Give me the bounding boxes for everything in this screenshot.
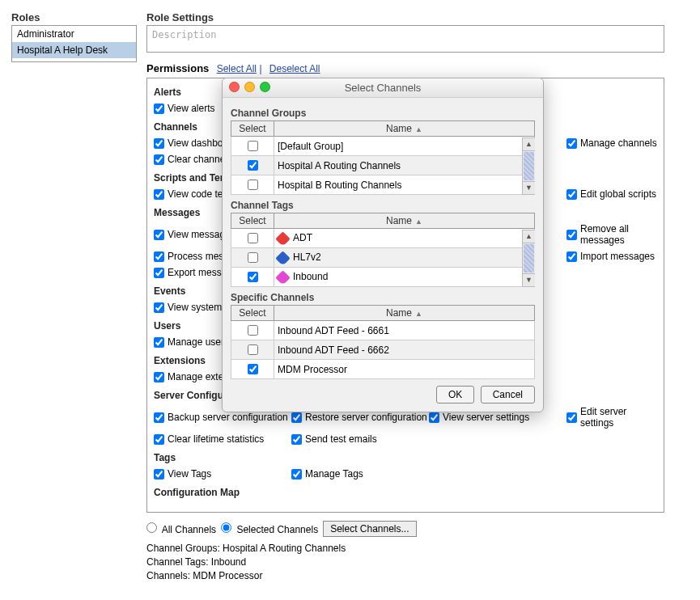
cb-view-code[interactable] [154, 189, 164, 200]
row-checkbox[interactable] [248, 344, 258, 355]
lbl: Manage Tags [305, 468, 363, 480]
scrollbar[interactable]: ▲▼ [522, 230, 535, 287]
role-item[interactable]: Hospital A Help Desk [12, 42, 136, 58]
cb-view-alerts[interactable] [154, 104, 164, 114]
channels-table: SelectName▲ Inbound ADT Feed - 6661 Inbo… [231, 305, 535, 379]
table-row: Hospital B Routing Channels [231, 175, 535, 195]
section-groups: Channel Groups [231, 108, 535, 119]
cb-manage-tags[interactable] [291, 469, 302, 480]
col-select[interactable]: Select [231, 213, 274, 229]
zoom-icon[interactable] [260, 82, 270, 92]
lbl: Send test emails [305, 433, 377, 445]
group-config-map: Configuration Map [154, 487, 657, 498]
sort-asc-icon: ▲ [415, 125, 422, 133]
roles-title: Roles [11, 11, 137, 23]
row-checkbox[interactable] [248, 180, 258, 190]
lbl: Import messages [580, 251, 655, 262]
cb-view-server[interactable] [429, 412, 439, 423]
cb-manage-ext[interactable] [154, 372, 164, 382]
select-all-link[interactable]: Select All [217, 63, 257, 74]
section-tags: Channel Tags [231, 200, 535, 211]
scrollbar[interactable]: ▲▼ [522, 137, 535, 195]
cell[interactable]: [Default Group] [274, 137, 535, 156]
lbl: View server settings [443, 412, 529, 423]
cell[interactable]: ADT [274, 229, 535, 248]
cb-manage-channels[interactable] [566, 138, 577, 149]
table-row: Hospital A Routing Channels [231, 156, 535, 175]
table-row: ADT [231, 229, 535, 248]
row-checkbox[interactable] [248, 160, 258, 171]
col-name[interactable]: Name▲ [274, 306, 535, 321]
col-name[interactable]: Name▲ [274, 121, 535, 137]
cb-send-test[interactable] [291, 434, 302, 445]
permissions-label: Permissions [146, 62, 209, 74]
cb-clear-stats[interactable] [154, 434, 164, 445]
lbl: View Tags [168, 468, 211, 480]
cb-view-tags[interactable] [154, 469, 164, 480]
cell[interactable]: Hospital B Routing Channels [274, 175, 535, 195]
row-checkbox[interactable] [248, 325, 258, 336]
cb-view-dash[interactable] [154, 138, 164, 149]
cb-export-msg[interactable] [154, 268, 164, 278]
col-select[interactable]: Select [231, 121, 274, 137]
description-input[interactable]: Description [146, 25, 664, 53]
tag-icon [275, 270, 290, 285]
group-tags: Tags [154, 452, 657, 463]
lbl: Backup server configuration [168, 412, 288, 423]
lbl: All Channels [162, 524, 216, 535]
cb-backup[interactable] [154, 412, 164, 423]
table-row: Inbound [231, 268, 535, 287]
radio-all-channels[interactable]: All Channels [146, 522, 216, 535]
cell[interactable]: Inbound ADT Feed - 6662 [274, 340, 535, 360]
dialog-title: Select Channels [345, 82, 422, 94]
cb-edit-global[interactable] [566, 189, 577, 200]
cell[interactable]: Hospital A Routing Channels [274, 156, 535, 175]
row-checkbox[interactable] [248, 252, 258, 263]
cb-view-events[interactable] [154, 302, 164, 313]
cb-manage-users[interactable] [154, 337, 164, 348]
lbl: Clear lifetime statistics [168, 433, 264, 445]
cell[interactable]: Inbound [274, 268, 535, 287]
section-specific: Specific Channels [231, 292, 535, 303]
lbl: Remove all messages [580, 223, 657, 246]
sort-asc-icon: ▲ [415, 310, 422, 318]
cell[interactable]: Inbound ADT Feed - 6661 [274, 321, 535, 340]
col-select[interactable]: Select [231, 306, 274, 321]
minimize-icon[interactable] [244, 82, 255, 92]
row-checkbox[interactable] [248, 233, 258, 243]
lbl: Restore server configuration [305, 412, 427, 423]
select-channels-dialog: Select Channels Channel Groups SelectNam… [222, 78, 544, 412]
cb-process-msg[interactable] [154, 251, 164, 262]
lbl: Edit global scripts [580, 188, 656, 200]
summary-groups: Channel Groups: Hospital A Routing Chann… [146, 542, 689, 556]
select-channels-button[interactable]: Select Channels... [323, 521, 416, 537]
tag-icon [275, 231, 290, 246]
lbl: Manage users [168, 336, 229, 348]
row-checkbox[interactable] [248, 272, 258, 282]
row-checkbox[interactable] [248, 364, 258, 374]
summary-channels: Channels: MDM Processor [146, 569, 689, 583]
cb-view-msg[interactable] [154, 230, 164, 240]
cb-clear-channels[interactable] [154, 154, 164, 165]
roles-list: Administrator Hospital A Help Desk [11, 25, 137, 62]
table-row: Inbound ADT Feed - 6661 [231, 321, 535, 340]
dialog-titlebar: Select Channels [223, 78, 543, 98]
col-name[interactable]: Name▲ [274, 213, 535, 229]
deselect-all-link[interactable]: Deselect All [269, 63, 320, 74]
sort-asc-icon: ▲ [415, 218, 422, 226]
row-checkbox[interactable] [248, 141, 258, 151]
ok-button[interactable]: OK [436, 386, 474, 404]
cb-import-msg[interactable] [566, 251, 577, 262]
table-row: [Default Group] [231, 137, 535, 156]
cb-remove-all-msg[interactable] [566, 230, 577, 240]
role-settings-title: Role Settings [146, 11, 689, 23]
cb-restore[interactable] [291, 412, 302, 423]
close-icon[interactable] [229, 82, 240, 92]
cb-edit-server[interactable] [566, 412, 577, 423]
cell[interactable]: HL7v2 [274, 248, 535, 268]
summary-tags: Channel Tags: Inbound [146, 556, 689, 569]
cancel-button[interactable]: Cancel [481, 386, 535, 404]
radio-selected-channels[interactable]: Selected Channels [221, 522, 318, 535]
role-item[interactable]: Administrator [12, 26, 136, 42]
cell[interactable]: MDM Processor [274, 360, 535, 379]
